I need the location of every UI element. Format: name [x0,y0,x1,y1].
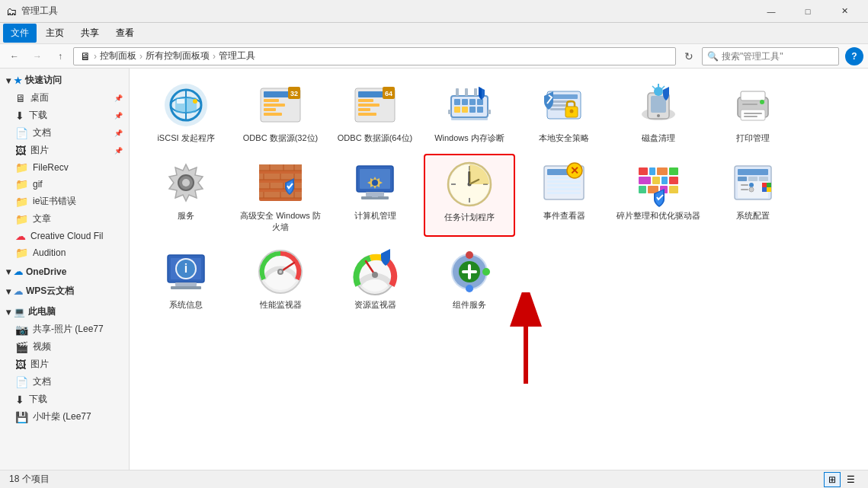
sidebar-item-small-leaf[interactable]: 💾 小叶柴 (Lee77 [0,408,129,426]
svg-rect-106 [547,188,581,190]
sidebar-item-ie-error[interactable]: 📁 ie证书错误 [0,193,129,210]
sidebar-item-shared-photos[interactable]: 📷 共享-照片 (Lee77 [0,321,129,338]
sidebar-item-article[interactable]: 📁 文章 [0,210,129,228]
svg-rect-56 [741,91,765,100]
sysinfo-image: i [162,247,210,296]
svg-rect-134 [762,187,767,192]
icon-defrag[interactable]: 碎片整理和优化驱动器 [613,154,704,237]
list-view-button[interactable]: ☰ [842,472,859,487]
back-button[interactable]: ← [5,47,24,65]
menu-share[interactable]: 共享 [73,24,107,43]
path-part-2: 所有控制面板项 [146,49,210,62]
search-input[interactable] [722,51,828,62]
odbc64-image: 64 [351,81,399,129]
svg-rect-57 [741,110,765,120]
svg-point-131 [749,187,754,192]
sidebar-item-creative-cloud[interactable]: ☁ Creative Cloud Fil [0,228,129,244]
onedrive-icon: ☁ [14,266,23,277]
svg-rect-29 [477,99,483,105]
sidebar-item-pictures[interactable]: 🖼 图片 📌 [0,142,129,159]
help-button[interactable]: ? [845,47,863,65]
svg-rect-125 [748,177,757,181]
svg-point-158 [482,268,490,276]
menu-home[interactable]: 主页 [38,24,72,43]
svg-rect-121 [669,186,678,193]
sidebar-item-desktop[interactable]: 🖥 桌面 📌 [0,89,129,107]
sidebar-item-audition[interactable]: 📁 Audition [0,244,129,261]
wps-label: WPS云文档 [26,285,74,298]
pin-icon-pictures: 📌 [114,147,123,155]
sidebar-item-videos[interactable]: 🎬 视频 [0,338,129,356]
icon-odbc64[interactable]: 64 ODBC 数据源(64位) [329,76,421,148]
small-leaf-icon: 💾 [15,411,28,423]
onedrive-header[interactable]: ▾ ☁ OneDrive [0,264,129,279]
svg-rect-58 [744,113,762,114]
icon-highsec[interactable]: 高级安全 Windows 防火墙 [235,154,326,237]
icon-compsvc[interactable]: 组件服务 [424,243,515,314]
large-icon-view-button[interactable]: ⊞ [824,472,841,487]
address-path[interactable]: 🖥 › 控制面板 › 所有控制面板项 › 管理工具 [73,47,676,65]
odbc32-image: 32 [256,81,305,129]
refresh-button[interactable]: ↻ [679,47,699,65]
svg-rect-117 [669,177,678,184]
minimize-button[interactable]: — [754,0,789,23]
view-buttons: ⊞ ☰ [824,472,859,487]
svg-rect-139 [171,286,201,289]
svg-point-157 [466,251,473,259]
svg-rect-65 [259,164,302,171]
wps-header[interactable]: ▾ ☁ WPS云文档 [0,282,129,300]
icon-iscsi[interactable]: iSCSI 发起程序 [140,76,232,148]
svg-line-54 [652,86,655,89]
sidebar-item-documents[interactable]: 📄 文档 📌 [0,124,129,142]
sidebar-item-documents-label: 文档 [33,126,51,139]
icon-odbc32[interactable]: 32 ODBC 数据源(32位) [235,76,326,148]
menu-bar: 文件 主页 共享 查看 [0,23,868,44]
search-box[interactable]: 🔍 [702,47,839,65]
filerecv-icon: 📁 [15,161,28,174]
maximize-button[interactable]: □ [790,0,825,23]
svg-point-90 [372,180,378,186]
quick-access-chevron: ▾ [6,75,11,86]
svg-rect-107 [547,192,581,194]
eventvwr-label: 事件查看器 [543,210,585,221]
svg-point-159 [466,285,473,292]
icon-lsec[interactable]: 本地安全策略 [518,76,610,148]
svg-rect-111 [649,167,655,175]
sidebar-item-downloads[interactable]: ⬇ 下载 📌 [0,107,129,124]
icon-winmem[interactable]: Windows 内存诊断 [424,76,515,148]
icon-msconfig[interactable]: 系统配置 [707,154,799,237]
sidebar-item-downloads-pc[interactable]: ⬇ 下载 [0,391,129,408]
icon-compmgmt[interactable]: 计算机管理 [329,154,421,237]
sidebar-item-ie-error-label: ie证书错误 [33,195,76,208]
up-button[interactable]: ↑ [50,47,70,65]
quick-access-header[interactable]: ▾ ★ 快速访问 [0,72,129,89]
sidebar-item-pictures-pc[interactable]: 🖼 图片 [0,356,129,373]
sidebar-item-gif[interactable]: 📁 gif [0,176,129,193]
sidebar-item-filerecv[interactable]: 📁 FileRecv [0,159,129,176]
menu-file[interactable]: 文件 [3,24,37,43]
menu-view[interactable]: 查看 [108,24,142,43]
taskschd-label: 任务计划程序 [444,212,495,222]
wps-icon: ☁ [14,286,23,297]
icon-sysinfo[interactable]: i 系统信息 [140,243,232,314]
icon-services[interactable]: 服务 [140,154,232,237]
icon-diskclean[interactable]: 磁盘清理 [613,76,704,148]
wps-section: ▾ ☁ WPS云文档 [0,282,129,300]
sidebar-item-shared-photos-label: 共享-照片 (Lee77 [33,323,104,336]
sidebar-item-desktop-label: 桌面 [30,91,49,104]
svg-rect-12 [264,104,285,107]
videos-icon: 🎬 [15,341,28,353]
icon-taskschd[interactable]: 任务计划程序 [424,154,515,237]
icon-perfmon[interactable]: 性能监视器 [235,243,326,314]
svg-rect-21 [358,108,370,111]
sidebar-item-documents-pc[interactable]: 📄 文档 [0,373,129,391]
svg-text:32: 32 [290,90,298,97]
close-button[interactable]: ✕ [827,0,862,23]
icon-eventvwr[interactable]: ✕ 事件查看器 [518,154,610,237]
icon-printmgmt[interactable]: 打印管理 [707,76,799,148]
svg-rect-113 [669,167,678,175]
thispc-header[interactable]: ▾ 💻 此电脑 [0,303,129,321]
icon-resmon[interactable]: 资源监视器 [329,243,421,314]
title-bar-controls: — □ ✕ [754,0,862,23]
forward-button[interactable]: → [27,47,47,65]
